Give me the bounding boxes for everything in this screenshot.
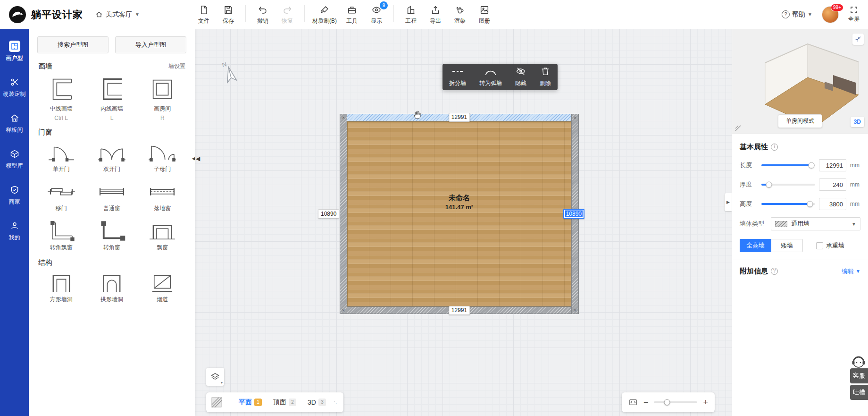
convert-arc-wall-button[interactable]: 转为弧墙 — [473, 64, 509, 90]
dimension-bottom[interactable]: 12991 — [449, 306, 470, 315]
toolbar-divider — [245, 5, 246, 22]
3d-preview[interactable]: 单房间模式 3D — [732, 29, 868, 134]
height-slider-knob[interactable] — [807, 201, 813, 207]
sidebar-item-model-library[interactable]: 模型库 — [0, 141, 29, 177]
tool-double-door[interactable]: 双开门 — [88, 142, 135, 173]
wall-texture-icon — [775, 221, 787, 227]
arched-opening-icon — [97, 272, 127, 294]
search-floorplan-button[interactable]: 搜索户型图 — [37, 36, 108, 53]
fullscreen-icon — [850, 6, 858, 14]
tool-unequal-double-door[interactable]: 子母门 — [139, 142, 186, 173]
tool-normal-window[interactable]: 普通窗 — [88, 181, 135, 212]
info-icon[interactable]: ? — [771, 268, 778, 275]
room-floor[interactable] — [347, 121, 571, 306]
export-button[interactable]: 导出 — [423, 4, 448, 25]
floorplan-icon — [9, 41, 20, 52]
preview-collapse-button[interactable] — [852, 34, 864, 45]
delete-button[interactable]: 删除 — [533, 64, 558, 90]
save-button[interactable]: 保存 — [216, 4, 241, 25]
drag-handle-icon[interactable]: ·· — [333, 399, 340, 406]
import-floorplan-button[interactable]: 导入户型图 — [115, 36, 186, 53]
tool-innerline-wall[interactable]: 内线画墙 L — [88, 76, 135, 121]
tool-single-door[interactable]: 单开门 — [37, 142, 85, 173]
length-slider[interactable] — [761, 164, 815, 166]
sidebar-item-merchants[interactable]: 商家 — [0, 177, 29, 213]
thickness-slider-knob[interactable] — [766, 182, 772, 188]
tool-bay-window[interactable]: 飘窗 — [139, 220, 186, 252]
sidebar-item-hard-decor[interactable]: 硬装定制 — [0, 69, 29, 105]
height-slider[interactable] — [761, 203, 815, 205]
tool-square-opening[interactable]: 方形墙洞 — [37, 272, 85, 304]
room-selector[interactable]: 美式客厅 ▼ — [95, 10, 140, 19]
texture-swatch-button[interactable] — [209, 395, 224, 410]
hide-button[interactable]: 隐藏 — [509, 64, 533, 90]
zoom-slider[interactable] — [654, 401, 697, 403]
tool-arched-opening[interactable]: 拱形墙洞 — [88, 272, 135, 304]
expand-right-tab[interactable]: ▶ — [725, 193, 732, 211]
tool-floor-window[interactable]: 落地窗 — [139, 181, 186, 212]
tool-sliding-door[interactable]: 移门 — [37, 181, 85, 212]
undo-button[interactable]: 撤销 — [250, 4, 275, 25]
tab-plan-view[interactable]: 平面 1 — [234, 392, 267, 412]
tool-flue[interactable]: 烟道 — [139, 272, 186, 304]
user-avatar[interactable]: 99+ — [822, 6, 839, 23]
edit-link[interactable]: 编辑 ▼ — [842, 267, 860, 276]
tool-midline-wall[interactable]: 中线画墙 Ctrl L — [37, 76, 85, 121]
fullscreen-button[interactable]: 全屏 — [848, 6, 860, 23]
dimension-left[interactable]: 10890 — [318, 210, 339, 219]
thickness-input[interactable] — [819, 178, 846, 191]
render-button[interactable]: 渲染 — [448, 4, 472, 25]
thickness-slider[interactable] — [761, 184, 815, 186]
sidebar-item-draw-floorplan[interactable]: 画户型 — [0, 34, 29, 69]
tool-draw-room[interactable]: 画房间 R — [139, 76, 186, 121]
zoom-out-button[interactable]: − — [643, 398, 649, 407]
layers-button[interactable]: ▾ — [206, 368, 224, 386]
single-room-mode-button[interactable]: 单房间模式 — [778, 114, 822, 128]
height-input[interactable] — [819, 198, 846, 210]
tools-button[interactable]: 工具 — [340, 4, 364, 25]
split-wall-button[interactable]: 拆分墙 — [442, 64, 473, 90]
customer-service-button[interactable]: 客服 — [850, 368, 868, 383]
eye-off-icon — [516, 67, 526, 76]
zoom-slider-knob[interactable] — [664, 399, 670, 406]
tool-corner-bay-window[interactable]: 转角飘窗 — [37, 220, 85, 252]
fit-view-icon[interactable] — [628, 398, 638, 407]
structure-section-title: 结构 — [38, 258, 52, 267]
3d-toggle-button[interactable]: 3D — [851, 117, 864, 127]
album-button[interactable]: 图册 — [472, 4, 497, 25]
info-icon[interactable]: i — [771, 144, 778, 151]
help-menu[interactable]: ? 帮助 ▼ — [782, 10, 812, 19]
low-wall-button[interactable]: 矮墙 — [771, 239, 803, 252]
preview-resize-handle[interactable] — [734, 125, 741, 131]
material-brush-button[interactable]: 材质刷(B) — [309, 4, 340, 25]
dimension-right-input[interactable]: 10890 — [563, 209, 584, 219]
collapse-left-arrow[interactable]: ◀ — [196, 155, 200, 162]
load-bearing-checkbox[interactable] — [816, 242, 823, 249]
file-button[interactable]: 文件 — [192, 4, 216, 25]
dimension-top[interactable]: 12991 — [449, 113, 470, 122]
topbar-right: ? 帮助 ▼ 99+ 全屏 — [782, 6, 860, 23]
normal-window-icon — [97, 181, 127, 203]
sidebar-item-sample-rooms[interactable]: 样板间 — [0, 105, 29, 141]
zoom-in-button[interactable]: + — [703, 398, 708, 407]
sidebar-item-mine[interactable]: 我的 — [0, 213, 29, 249]
project-button[interactable]: 工程 — [399, 4, 423, 25]
feedback-button[interactable]: 吐槽 — [850, 385, 868, 400]
floorplan-room[interactable]: × × × × 12991 12991 10890 10890 未命名 141.… — [340, 114, 579, 314]
panel-collapse-arrow[interactable]: ◀ — [192, 155, 195, 161]
tab-3d-view[interactable]: 3D 3 — [303, 392, 331, 412]
length-input[interactable] — [819, 159, 846, 171]
midline-wall-icon — [44, 76, 78, 103]
load-bearing-option[interactable]: 承重墙 — [816, 241, 844, 250]
canvas[interactable]: N ◀ ▶ 拆分墙 转为弧墙 隐藏 删除 — [195, 29, 732, 416]
full-height-wall-button[interactable]: 全高墙 — [740, 239, 771, 252]
tab-ceiling-view[interactable]: 顶面 2 — [268, 392, 301, 412]
app-logo[interactable]: 躺平设计家 — [8, 6, 83, 24]
wall-settings-link[interactable]: 墙设置 — [168, 62, 185, 70]
wall-left[interactable] — [340, 114, 347, 314]
wall-type-select[interactable]: 通用墙 ▼ — [771, 217, 860, 230]
display-button[interactable]: 9 显示 — [364, 4, 389, 25]
length-slider-knob[interactable] — [809, 162, 815, 169]
redo-button[interactable]: 恢复 — [275, 4, 300, 25]
tool-corner-window[interactable]: 转角窗 — [88, 220, 135, 252]
